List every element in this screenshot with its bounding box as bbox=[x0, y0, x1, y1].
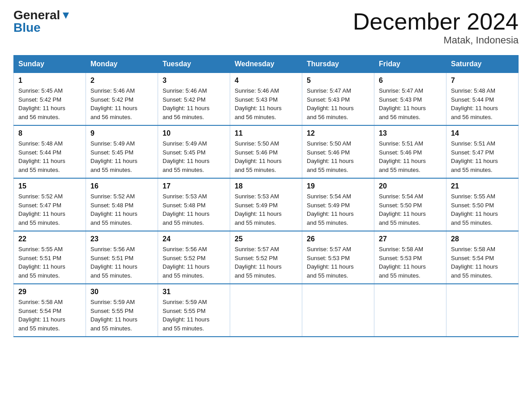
table-row: 6 Sunrise: 5:47 AM Sunset: 5:43 PM Dayli… bbox=[374, 73, 446, 126]
day-info: Sunrise: 5:46 AM Sunset: 5:43 PM Dayligh… bbox=[235, 86, 297, 121]
day-info: Sunrise: 5:53 AM Sunset: 5:49 PM Dayligh… bbox=[235, 192, 297, 227]
day-number: 10 bbox=[163, 129, 225, 137]
day-info: Sunrise: 5:57 AM Sunset: 5:52 PM Dayligh… bbox=[235, 245, 297, 280]
logo-general: General bbox=[13, 9, 60, 21]
day-info: Sunrise: 5:48 AM Sunset: 5:44 PM Dayligh… bbox=[18, 139, 81, 174]
table-row: 10 Sunrise: 5:49 AM Sunset: 5:45 PM Dayl… bbox=[158, 125, 230, 178]
day-info: Sunrise: 5:54 AM Sunset: 5:49 PM Dayligh… bbox=[307, 192, 369, 227]
day-info: Sunrise: 5:49 AM Sunset: 5:45 PM Dayligh… bbox=[90, 139, 153, 174]
day-number: 5 bbox=[307, 77, 369, 85]
day-number: 16 bbox=[90, 182, 153, 190]
day-info: Sunrise: 5:52 AM Sunset: 5:48 PM Dayligh… bbox=[90, 192, 153, 227]
table-row: 11 Sunrise: 5:50 AM Sunset: 5:46 PM Dayl… bbox=[230, 125, 302, 178]
day-number: 23 bbox=[90, 235, 153, 243]
day-number: 30 bbox=[90, 288, 153, 296]
col-wednesday: Wednesday bbox=[230, 56, 302, 73]
table-row: 16 Sunrise: 5:52 AM Sunset: 5:48 PM Dayl… bbox=[86, 178, 158, 231]
table-row bbox=[230, 284, 302, 337]
table-row: 23 Sunrise: 5:56 AM Sunset: 5:51 PM Dayl… bbox=[86, 231, 158, 284]
day-info: Sunrise: 5:46 AM Sunset: 5:42 PM Dayligh… bbox=[163, 86, 225, 121]
table-row: 14 Sunrise: 5:51 AM Sunset: 5:47 PM Dayl… bbox=[446, 125, 519, 178]
calendar-body: 1 Sunrise: 5:45 AM Sunset: 5:42 PM Dayli… bbox=[14, 73, 519, 337]
col-tuesday: Tuesday bbox=[158, 56, 230, 73]
table-row: 26 Sunrise: 5:57 AM Sunset: 5:53 PM Dayl… bbox=[302, 231, 374, 284]
day-info: Sunrise: 5:49 AM Sunset: 5:45 PM Dayligh… bbox=[163, 139, 225, 174]
day-number: 27 bbox=[379, 235, 442, 243]
day-info: Sunrise: 5:56 AM Sunset: 5:52 PM Dayligh… bbox=[163, 245, 225, 280]
day-number: 21 bbox=[451, 182, 514, 190]
calendar-week-1: 1 Sunrise: 5:45 AM Sunset: 5:42 PM Dayli… bbox=[14, 73, 519, 126]
day-info: Sunrise: 5:56 AM Sunset: 5:51 PM Dayligh… bbox=[90, 245, 153, 280]
table-row: 13 Sunrise: 5:51 AM Sunset: 5:46 PM Dayl… bbox=[374, 125, 446, 178]
day-info: Sunrise: 5:55 AM Sunset: 5:51 PM Dayligh… bbox=[18, 245, 81, 280]
table-row: 31 Sunrise: 5:59 AM Sunset: 5:55 PM Dayl… bbox=[158, 284, 230, 337]
day-info: Sunrise: 5:57 AM Sunset: 5:53 PM Dayligh… bbox=[307, 245, 369, 280]
col-saturday: Saturday bbox=[446, 56, 519, 73]
table-row: 17 Sunrise: 5:53 AM Sunset: 5:48 PM Dayl… bbox=[158, 178, 230, 231]
col-friday: Friday bbox=[374, 56, 446, 73]
day-info: Sunrise: 5:52 AM Sunset: 5:47 PM Dayligh… bbox=[18, 192, 81, 227]
day-info: Sunrise: 5:58 AM Sunset: 5:54 PM Dayligh… bbox=[18, 298, 81, 333]
calendar-week-2: 8 Sunrise: 5:48 AM Sunset: 5:44 PM Dayli… bbox=[14, 125, 519, 178]
day-number: 6 bbox=[379, 77, 442, 85]
day-number: 8 bbox=[18, 129, 81, 137]
day-number: 13 bbox=[379, 129, 442, 137]
calendar-table: Sunday Monday Tuesday Wednesday Thursday… bbox=[13, 55, 519, 337]
day-number: 1 bbox=[18, 77, 81, 85]
table-row: 8 Sunrise: 5:48 AM Sunset: 5:44 PM Dayli… bbox=[14, 125, 86, 178]
day-number: 12 bbox=[307, 129, 369, 137]
day-number: 24 bbox=[163, 235, 225, 243]
table-row: 27 Sunrise: 5:58 AM Sunset: 5:53 PM Dayl… bbox=[374, 231, 446, 284]
table-row: 20 Sunrise: 5:54 AM Sunset: 5:50 PM Dayl… bbox=[374, 178, 446, 231]
logo: General Blue bbox=[13, 9, 71, 34]
header-row: Sunday Monday Tuesday Wednesday Thursday… bbox=[14, 56, 519, 73]
table-row: 25 Sunrise: 5:57 AM Sunset: 5:52 PM Dayl… bbox=[230, 231, 302, 284]
calendar-week-5: 29 Sunrise: 5:58 AM Sunset: 5:54 PM Dayl… bbox=[14, 284, 519, 337]
day-number: 11 bbox=[235, 129, 297, 137]
day-info: Sunrise: 5:59 AM Sunset: 5:55 PM Dayligh… bbox=[163, 298, 225, 333]
day-number: 26 bbox=[307, 235, 369, 243]
day-number: 28 bbox=[451, 235, 514, 243]
day-number: 22 bbox=[18, 235, 81, 243]
calendar-week-3: 15 Sunrise: 5:52 AM Sunset: 5:47 PM Dayl… bbox=[14, 178, 519, 231]
table-row: 18 Sunrise: 5:53 AM Sunset: 5:49 PM Dayl… bbox=[230, 178, 302, 231]
col-thursday: Thursday bbox=[302, 56, 374, 73]
day-info: Sunrise: 5:51 AM Sunset: 5:47 PM Dayligh… bbox=[451, 139, 514, 174]
day-info: Sunrise: 5:58 AM Sunset: 5:54 PM Dayligh… bbox=[451, 245, 514, 280]
title-block: December 2024 Matak, Indonesia bbox=[353, 9, 519, 46]
table-row: 2 Sunrise: 5:46 AM Sunset: 5:42 PM Dayli… bbox=[86, 73, 158, 126]
table-row: 19 Sunrise: 5:54 AM Sunset: 5:49 PM Dayl… bbox=[302, 178, 374, 231]
day-number: 18 bbox=[235, 182, 297, 190]
table-row bbox=[302, 284, 374, 337]
day-number: 19 bbox=[307, 182, 369, 190]
page-header: General Blue December 2024 Matak, Indone… bbox=[13, 9, 519, 46]
day-info: Sunrise: 5:51 AM Sunset: 5:46 PM Dayligh… bbox=[379, 139, 442, 174]
table-row: 22 Sunrise: 5:55 AM Sunset: 5:51 PM Dayl… bbox=[14, 231, 86, 284]
table-row: 28 Sunrise: 5:58 AM Sunset: 5:54 PM Dayl… bbox=[446, 231, 519, 284]
month-title: December 2024 bbox=[353, 9, 519, 34]
table-row: 5 Sunrise: 5:47 AM Sunset: 5:43 PM Dayli… bbox=[302, 73, 374, 126]
day-number: 17 bbox=[163, 182, 225, 190]
day-number: 7 bbox=[451, 77, 514, 85]
day-number: 25 bbox=[235, 235, 297, 243]
table-row: 15 Sunrise: 5:52 AM Sunset: 5:47 PM Dayl… bbox=[14, 178, 86, 231]
table-row: 24 Sunrise: 5:56 AM Sunset: 5:52 PM Dayl… bbox=[158, 231, 230, 284]
col-sunday: Sunday bbox=[14, 56, 86, 73]
calendar-header: Sunday Monday Tuesday Wednesday Thursday… bbox=[14, 56, 519, 73]
day-info: Sunrise: 5:47 AM Sunset: 5:43 PM Dayligh… bbox=[307, 86, 369, 121]
day-number: 20 bbox=[379, 182, 442, 190]
day-number: 2 bbox=[90, 77, 153, 85]
col-monday: Monday bbox=[86, 56, 158, 73]
table-row: 30 Sunrise: 5:59 AM Sunset: 5:55 PM Dayl… bbox=[86, 284, 158, 337]
table-row: 9 Sunrise: 5:49 AM Sunset: 5:45 PM Dayli… bbox=[86, 125, 158, 178]
day-info: Sunrise: 5:46 AM Sunset: 5:42 PM Dayligh… bbox=[90, 86, 153, 121]
day-info: Sunrise: 5:59 AM Sunset: 5:55 PM Dayligh… bbox=[90, 298, 153, 333]
table-row bbox=[446, 284, 519, 337]
day-number: 31 bbox=[163, 288, 225, 296]
day-info: Sunrise: 5:48 AM Sunset: 5:44 PM Dayligh… bbox=[451, 86, 514, 121]
day-number: 15 bbox=[18, 182, 81, 190]
table-row: 7 Sunrise: 5:48 AM Sunset: 5:44 PM Dayli… bbox=[446, 73, 519, 126]
table-row: 3 Sunrise: 5:46 AM Sunset: 5:42 PM Dayli… bbox=[158, 73, 230, 126]
table-row bbox=[374, 284, 446, 337]
day-number: 3 bbox=[163, 77, 225, 85]
